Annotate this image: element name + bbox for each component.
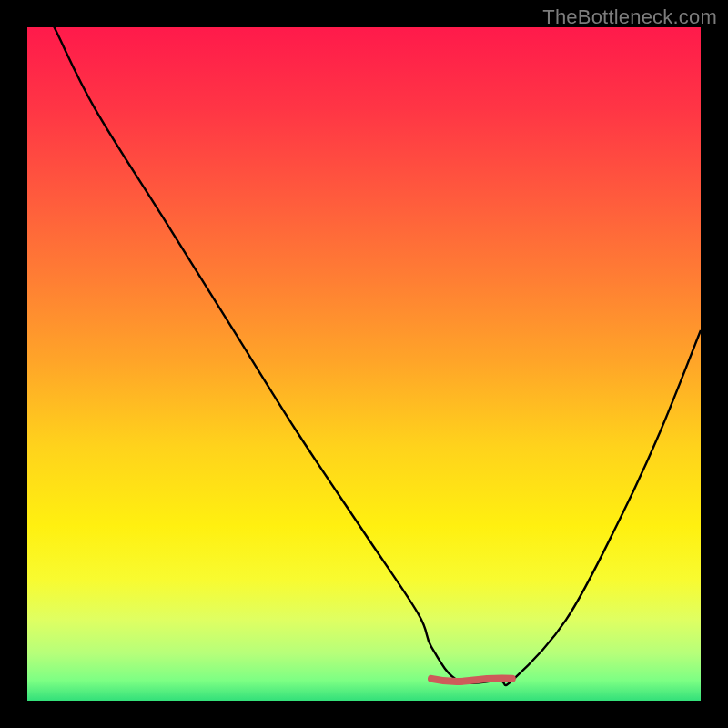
watermark-label: TheBottleneck.com bbox=[542, 5, 717, 29]
bottleneck-curve bbox=[27, 27, 701, 685]
curve-layer bbox=[27, 27, 701, 701]
chart-canvas: TheBottleneck.com bbox=[0, 0, 728, 728]
plot-area bbox=[27, 27, 701, 701]
flat-segment bbox=[431, 679, 512, 682]
